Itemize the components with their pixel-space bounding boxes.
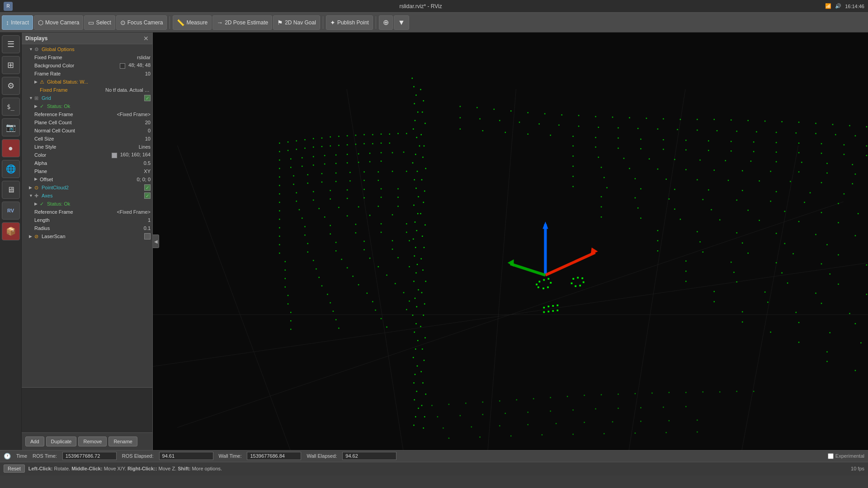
svg-rect-47 xyxy=(414,399,415,400)
svg-rect-433 xyxy=(838,284,839,285)
ros-time-value[interactable]: 1539677686.72 xyxy=(62,452,117,460)
svg-rect-111 xyxy=(389,142,390,143)
fixed-frame-err-row[interactable]: Fixed Frame No tf data. Actual erro... xyxy=(22,86,152,94)
axes-ref-frame-row[interactable]: Reference Frame <Fixed Frame> xyxy=(22,208,152,216)
svg-rect-521 xyxy=(542,287,544,289)
svg-rect-380 xyxy=(770,201,771,202)
experimental-checkbox[interactable] xyxy=(828,453,834,459)
displays-panel: Displays ✕ ▼ ⚙ Global Options Fixed Fram… xyxy=(22,33,153,450)
collapse-handle[interactable]: ◀ xyxy=(153,235,159,248)
line-style-row[interactable]: Line Style Lines xyxy=(22,143,152,151)
svg-rect-408 xyxy=(657,240,658,241)
focus-camera-button[interactable]: ⊙ Focus Camera xyxy=(116,15,167,30)
global-options-label: Global Options xyxy=(42,47,151,52)
grid-row[interactable]: ▼ ⊞ Grid ✓ xyxy=(22,94,152,102)
pointcloud2-row[interactable]: ▶ ⊙ PointCloud2 ✓ xyxy=(22,183,152,192)
sidebar-terminal-btn[interactable]: $_ xyxy=(2,98,20,116)
svg-rect-503 xyxy=(612,421,613,422)
svg-rect-296 xyxy=(595,137,596,138)
sidebar-rviz-btn[interactable]: RV xyxy=(2,202,20,220)
plane-row[interactable]: Plane XY xyxy=(22,167,152,175)
svg-rect-385 xyxy=(637,207,638,208)
svg-rect-335 xyxy=(776,161,777,162)
offset-row[interactable]: ▶ Offset 0; 0; 0 xyxy=(22,175,152,183)
svg-rect-361 xyxy=(790,181,791,182)
sidebar-camera-btn[interactable]: 📷 xyxy=(2,118,20,136)
move-camera-button[interactable]: ⬡ Move Camera xyxy=(34,15,83,30)
publish-point-button[interactable]: ✦ Publish Point xyxy=(326,15,373,30)
svg-rect-348 xyxy=(770,171,771,172)
global-options-row[interactable]: ▼ ⚙ Global Options xyxy=(22,45,152,53)
svg-rect-25 xyxy=(417,213,418,214)
grid-status-label: Status: Ok xyxy=(47,103,151,109)
reset-button[interactable]: Reset xyxy=(4,465,25,473)
global-status-row[interactable]: ▶ ⚠ Global Status: W... xyxy=(22,78,152,86)
remove-button[interactable]: Remove xyxy=(78,436,107,446)
rename-button[interactable]: Rename xyxy=(108,436,137,446)
sidebar-system-btn[interactable]: 🖥 xyxy=(2,181,20,199)
displays-close-btn[interactable]: ✕ xyxy=(143,35,149,42)
grid-ref-frame-row[interactable]: Reference Frame <Fixed Frame> xyxy=(22,110,152,118)
2d-pose-button[interactable]: → 2D Pose Estimate xyxy=(212,15,272,30)
displays-tree[interactable]: ▼ ⚙ Global Options Fixed Frame rslidar B… xyxy=(22,44,152,387)
svg-rect-215 xyxy=(318,277,319,278)
svg-rect-164 xyxy=(347,198,348,199)
grid-color-row[interactable]: Color 160; 160; 164 xyxy=(22,151,152,159)
2d-nav-button[interactable]: ⚑ 2D Nav Goal xyxy=(273,15,320,30)
sidebar-btn-2[interactable]: ⊞ xyxy=(2,56,20,74)
alpha-row[interactable]: Alpha 0.5 xyxy=(22,159,152,167)
axes-radius-row[interactable]: Radius 0.1 xyxy=(22,224,152,232)
line-style-value: Lines xyxy=(100,144,151,150)
sidebar-browser-btn[interactable]: 🌐 xyxy=(2,160,20,178)
sidebar-settings-btn[interactable]: ⚙ xyxy=(2,77,20,95)
grid-checkbox[interactable]: ✓ xyxy=(144,95,151,101)
laserscan-row[interactable]: ▶ ⊘ LaserScan xyxy=(22,232,152,240)
interact-button[interactable]: ↕ Interact xyxy=(2,15,33,30)
3d-viewport[interactable]: // Will be rendered as many small circle… xyxy=(153,33,868,450)
extra-btn-2[interactable]: ▼ xyxy=(394,15,409,30)
svg-rect-259 xyxy=(781,121,782,122)
svg-rect-375 xyxy=(601,196,602,197)
axes-checkbox[interactable]: ✓ xyxy=(144,192,151,199)
wall-elapsed-value[interactable]: 94.62 xyxy=(342,452,396,460)
frame-rate-row[interactable]: Frame Rate 10 xyxy=(22,70,152,78)
svg-rect-355 xyxy=(604,177,604,178)
svg-rect-87 xyxy=(321,137,322,138)
cell-size-row[interactable]: Cell Size 10 xyxy=(22,135,152,143)
grid-status-row[interactable]: ▶ ✓ Status: Ok xyxy=(22,102,152,110)
measure-button[interactable]: 📏 Measure xyxy=(173,15,212,30)
select-button[interactable]: ▭ Select xyxy=(84,15,115,30)
extra-btn-1[interactable]: ⊕ xyxy=(379,15,393,30)
svg-rect-306 xyxy=(821,143,822,144)
svg-rect-312 xyxy=(595,146,596,147)
axes-length-row[interactable]: Length 1 xyxy=(22,216,152,224)
grid-ref-frame-label: Reference Frame xyxy=(34,112,100,117)
duplicate-button[interactable]: Duplicate xyxy=(46,436,77,446)
svg-rect-441 xyxy=(821,303,822,304)
normal-cell-count-row[interactable]: Normal Cell Count 0 xyxy=(22,127,152,135)
svg-rect-148 xyxy=(335,181,336,182)
sidebar-package-btn[interactable]: 📦 xyxy=(2,222,20,240)
sidebar-record-btn[interactable]: ● xyxy=(2,139,20,157)
laser-checkbox[interactable] xyxy=(144,233,151,239)
fixed-frame-row[interactable]: Fixed Frame rslidar xyxy=(22,53,152,61)
axes-status-row[interactable]: ▶ ✓ Status: Ok xyxy=(22,200,152,208)
bg-color-row[interactable]: Background Color 48; 48; 48 xyxy=(22,61,152,70)
title-bar: R rslidar.rviz* - RViz 📶 🔊 16:14:46 xyxy=(0,0,868,13)
svg-rect-425 xyxy=(685,271,686,272)
plane-cell-count-row[interactable]: Plane Cell Count 20 xyxy=(22,118,152,127)
svg-rect-118 xyxy=(347,154,348,155)
svg-rect-92 xyxy=(363,134,364,135)
svg-rect-155 xyxy=(330,190,330,191)
svg-rect-515 xyxy=(697,432,698,432)
svg-rect-513 xyxy=(635,432,636,433)
sidebar-displays-btn[interactable]: ☰ xyxy=(2,35,20,53)
axes-row[interactable]: ▼ ✚ Axes ✓ xyxy=(22,192,152,200)
pc2-checkbox[interactable]: ✓ xyxy=(144,184,151,191)
svg-rect-502 xyxy=(584,422,585,423)
add-button[interactable]: Add xyxy=(25,436,44,446)
ros-elapsed-value[interactable]: 94.61 xyxy=(159,452,213,460)
svg-rect-437 xyxy=(815,293,816,294)
wall-time-value[interactable]: 1539677686.84 xyxy=(247,452,301,460)
svg-rect-197 xyxy=(392,240,393,241)
